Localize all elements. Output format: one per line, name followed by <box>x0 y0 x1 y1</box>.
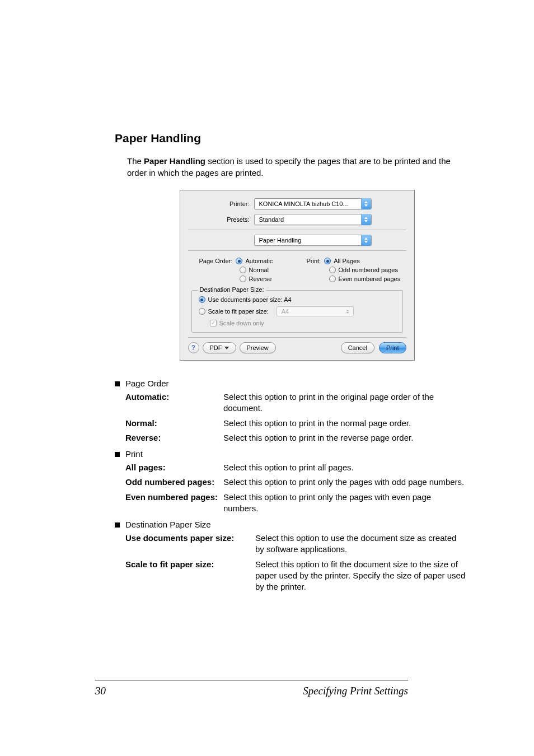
def-even-pages: Select this option to print only the pag… <box>223 492 467 515</box>
radio-odd-pages-label: Odd numbered pages <box>339 267 398 273</box>
presets-value: Standard <box>259 216 290 223</box>
page-number: 30 <box>95 685 106 697</box>
page-footer: 30 Specifying Print Settings <box>95 680 408 697</box>
scale-to-fit-label: Scale to fit paper size: <box>208 308 269 315</box>
pdf-button-label: PDF <box>210 344 222 351</box>
radio-all-pages[interactable] <box>324 258 331 264</box>
section-popup[interactable]: Paper Handling <box>254 235 372 246</box>
square-bullet-icon <box>115 522 120 528</box>
term-automatic: Automatic: <box>125 391 223 414</box>
def-odd-pages: Select this option to print only the pag… <box>223 477 467 488</box>
use-document-size-label: Use documents paper size: A4 <box>208 296 292 303</box>
printer-popup[interactable]: KONICA MINOLTA bizhub C10... <box>254 198 372 209</box>
updown-icon <box>361 214 371 225</box>
page-order-label: Page Order: <box>199 258 233 264</box>
divider <box>188 230 406 230</box>
radio-automatic[interactable] <box>236 258 242 264</box>
presets-popup[interactable]: Standard <box>254 214 372 225</box>
updown-icon <box>344 310 351 314</box>
def-normal: Select this option to print in the norma… <box>223 418 467 429</box>
radio-normal-label: Normal <box>249 267 269 273</box>
destination-title: Destination Paper Size: <box>198 286 266 293</box>
print-button[interactable]: Print <box>379 342 406 353</box>
pdf-button[interactable]: PDF <box>203 342 236 353</box>
presets-label: Presets: <box>188 216 254 223</box>
printer-value: KONICA MINOLTA bizhub C10... <box>259 200 354 207</box>
radio-all-pages-label: All Pages <box>334 258 359 264</box>
def-automatic: Select this option to print in the origi… <box>223 391 467 414</box>
print-list-heading: Print <box>125 449 143 459</box>
divider <box>188 250 406 251</box>
page-order-group: Page Order: Automatic Normal Reverse <box>199 258 293 284</box>
term-reverse: Reverse: <box>125 432 223 444</box>
print-dialog: Printer: KONICA MINOLTA bizhub C10... Pr… <box>180 190 415 361</box>
updown-icon <box>361 235 371 246</box>
radio-normal[interactable] <box>240 267 246 273</box>
checkbox-scale-down-only <box>210 320 217 326</box>
scale-down-only-label: Scale down only <box>219 320 264 326</box>
term-even-pages: Even numbered pages: <box>125 492 223 515</box>
page-order-list-heading: Page Order <box>125 379 169 388</box>
help-button[interactable]: ? <box>188 342 199 353</box>
print-label: Print: <box>307 258 321 264</box>
intro-before: The <box>127 156 144 166</box>
section-value: Paper Handling <box>259 237 307 244</box>
radio-reverse-label: Reverse <box>249 276 272 282</box>
square-bullet-icon <box>115 381 120 386</box>
term-odd-pages: Odd numbered pages: <box>125 477 223 488</box>
def-all-pages: Select this option to print all pages. <box>223 462 467 473</box>
square-bullet-icon <box>115 452 120 457</box>
footer-rule <box>95 680 408 680</box>
radio-automatic-label: Automatic <box>245 258 273 264</box>
radio-scale-to-fit[interactable] <box>199 308 205 315</box>
dest-list-heading: Destination Paper Size <box>125 520 211 529</box>
term-normal: Normal: <box>125 418 223 429</box>
intro-paragraph: The Paper Handling section is used to sp… <box>127 155 467 179</box>
destination-paper-size-group: Destination Paper Size: Use documents pa… <box>191 290 403 333</box>
footer-title: Specifying Print Settings <box>303 685 408 697</box>
preview-button[interactable]: Preview <box>240 342 276 353</box>
cancel-button[interactable]: Cancel <box>341 342 374 353</box>
term-use-document-size: Use documents paper size: <box>125 533 255 556</box>
radio-reverse[interactable] <box>240 276 246 282</box>
radio-odd-pages[interactable] <box>329 267 336 273</box>
term-scale-to-fit: Scale to fit paper size: <box>125 559 255 593</box>
radio-even-pages-label: Even numbered pages <box>339 276 401 282</box>
def-use-document-size: Select this option to use the document s… <box>255 533 467 556</box>
scale-paper-popup: A4 <box>277 306 354 316</box>
updown-icon <box>361 198 371 209</box>
intro-bold: Paper Handling <box>144 156 205 166</box>
def-reverse: Select this option to print in the rever… <box>223 432 467 444</box>
radio-even-pages[interactable] <box>329 276 336 282</box>
scale-paper-value: A4 <box>282 308 289 315</box>
chevron-down-icon <box>224 347 229 349</box>
term-all-pages: All pages: <box>125 462 223 473</box>
radio-use-document-size[interactable] <box>199 296 205 303</box>
printer-label: Printer: <box>188 200 254 207</box>
print-group: Print: All Pages Odd numbered pages Even… <box>307 258 401 284</box>
section-heading: Paper Handling <box>115 132 467 145</box>
divider <box>188 337 406 338</box>
def-scale-to-fit: Select this option to fit the document s… <box>255 559 467 593</box>
